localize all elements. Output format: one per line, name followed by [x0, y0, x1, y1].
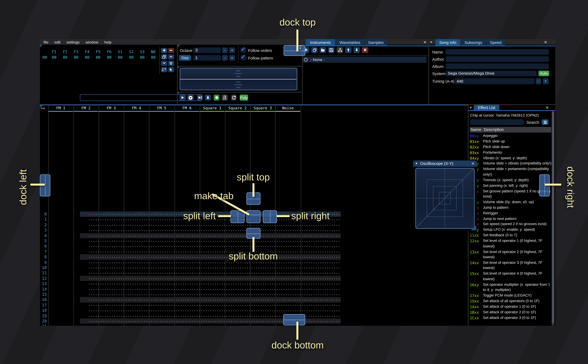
channel-header-noise[interactable]: Noise — [275, 106, 301, 110]
metronome-button[interactable] — [222, 95, 228, 101]
pattern-row[interactable] — [88, 238, 341, 244]
dock-splitter[interactable] — [428, 45, 429, 104]
menu-file[interactable]: file — [44, 40, 48, 44]
tab-effect-list[interactable]: Effect List — [474, 104, 499, 110]
tab-subsongs[interactable]: Subsongs — [461, 39, 486, 46]
channel-header-fm-5[interactable]: FM 5 — [149, 106, 174, 110]
album-input[interactable] — [446, 63, 549, 69]
tab-song-info[interactable]: Song Info — [436, 39, 460, 46]
effect-row-02xx[interactable]: 02xxPitch slide down — [470, 144, 552, 150]
split-right-target[interactable] — [263, 210, 277, 223]
make-tab-target[interactable] — [246, 210, 260, 223]
instrument-open-button[interactable] — [320, 47, 326, 53]
repeat-pattern-button[interactable] — [231, 95, 237, 101]
order-remove-button[interactable] — [168, 48, 174, 53]
order-column-header[interactable]: F2 — [61, 50, 70, 54]
pattern-row[interactable] — [88, 276, 341, 281]
instrument-save-button[interactable] — [328, 47, 334, 53]
effect-row-0Dxx[interactable]: 0DxxJump to next pattern — [470, 216, 552, 222]
pattern-row[interactable] — [88, 228, 341, 233]
close-icon[interactable]: × — [544, 39, 547, 45]
step-minus-button[interactable]: - — [222, 55, 228, 60]
tab-speed[interactable]: Speed — [487, 39, 505, 46]
effect-list-menu-button[interactable] — [542, 119, 548, 125]
effect-row-17xx[interactable]: 17xxToggle PCM mode (LEGACY) — [470, 293, 552, 299]
dock-splitter[interactable] — [177, 45, 178, 104]
name-input[interactable] — [446, 49, 549, 55]
effect-row-03xx[interactable]: 03xxPortamento — [470, 150, 552, 155]
dock-top-target[interactable] — [284, 45, 305, 56]
tab-wavetables[interactable]: Wavetables — [336, 39, 364, 46]
channel-header-fm-4[interactable]: FM 4 — [124, 106, 149, 110]
note-preview-display[interactable] — [180, 68, 297, 90]
system-select[interactable]: Sega Genesis/Mega Drive — [446, 71, 536, 76]
step-plus-button[interactable]: + — [229, 55, 235, 60]
octave-plus-button[interactable]: + — [229, 47, 235, 53]
instrument-duplicate-button[interactable] — [311, 47, 317, 53]
order-cell[interactable]: 00 — [61, 55, 70, 59]
pattern-row[interactable] — [88, 286, 341, 292]
instrument-delete-button[interactable] — [362, 47, 368, 53]
order-column-header[interactable]: F5 — [94, 50, 103, 54]
resize-grip[interactable] — [471, 225, 476, 230]
order-column-header[interactable]: F3 — [72, 50, 80, 54]
channel-header-fm-3[interactable]: FM 3 — [99, 106, 124, 110]
tab-samples[interactable]: Samples — [365, 39, 387, 46]
order-add-button[interactable] — [161, 48, 167, 53]
pattern-row[interactable] — [88, 292, 341, 297]
effect-row-01xx[interactable]: 01xxPitch slide up — [470, 139, 552, 144]
pattern-row[interactable] — [88, 222, 341, 228]
pattern-row[interactable] — [88, 244, 341, 249]
order-cell[interactable]: 00 — [149, 55, 158, 59]
order-cell[interactable]: 00 — [94, 55, 103, 59]
menu-edit[interactable]: edit — [54, 40, 60, 44]
effect-row-1Axx[interactable]: 1AxxSet attack of operator 1 (0 to 1F) — [470, 304, 552, 310]
effect-row-12xx[interactable]: 12xxSet level of operator 1 (0 highest, … — [470, 238, 552, 249]
order-column-header[interactable]: S3 — [138, 50, 147, 54]
menu-settings[interactable]: settings — [66, 40, 79, 44]
order-edit-mode-button[interactable] — [168, 67, 174, 72]
dock-bottom-target[interactable] — [283, 314, 305, 325]
effect-row-1Cxx[interactable]: 1CxxSet attack of operator 3 (0 to 1F) — [470, 315, 552, 321]
close-icon[interactable]: × — [471, 161, 474, 166]
effect-row-0Cxx[interactable]: 0CxxRetrigger — [470, 211, 552, 216]
pattern-row[interactable] — [88, 249, 341, 254]
close-icon[interactable]: × — [423, 39, 426, 45]
pattern-row[interactable] — [88, 281, 341, 286]
instrument-move-up-button[interactable] — [345, 47, 351, 53]
step-row-button[interactable] — [205, 95, 211, 101]
follow-orders-checkbox[interactable]: ✓ — [240, 47, 246, 53]
split-left-target[interactable] — [231, 210, 244, 223]
scrollbar-thumb[interactable] — [552, 112, 554, 323]
play-to-cursor-button[interactable] — [197, 95, 203, 101]
oscilloscope-window[interactable]: ▼ Oscilloscope (X-Y) × — [413, 160, 477, 231]
pattern-row[interactable] — [88, 270, 341, 276]
octave-input[interactable]: 3 — [193, 47, 221, 53]
channel-header-square-1[interactable]: Square 1 — [200, 106, 225, 110]
effect-row-13xx[interactable]: 13xxSet level of operator 2 (0 highest, … — [470, 249, 552, 260]
effect-search-input[interactable] — [470, 119, 524, 125]
order-column-header[interactable]: S1 — [116, 50, 125, 54]
effect-row-00xy[interactable]: 00xyArpeggio — [470, 133, 552, 139]
pattern-row[interactable] — [88, 260, 341, 265]
pattern-row[interactable] — [88, 254, 341, 260]
poly-button[interactable]: Poly — [240, 95, 248, 101]
pattern-row[interactable] — [88, 308, 341, 313]
order-move-up-button[interactable] — [168, 54, 174, 60]
tab-instruments[interactable]: Instruments — [306, 39, 335, 46]
effect-row-16xy[interactable]: 16xySet operator multiplier (x: operator… — [470, 282, 552, 293]
channel-header-fm-2[interactable]: FM 2 — [73, 106, 99, 110]
tuning-plus-button[interactable]: + — [543, 78, 548, 84]
order-column-header[interactable]: F1 — [50, 50, 59, 54]
effect-row-04xy[interactable]: 04xyVibrato (x: speed; y: depth) — [470, 156, 552, 161]
instrument-toggle-folders-button[interactable] — [337, 47, 343, 53]
octave-minus-button[interactable]: - — [222, 47, 228, 53]
channel-header-square-2[interactable]: Square 2 — [225, 106, 250, 110]
order-column-header[interactable]: F4 — [83, 50, 92, 54]
dock-splitter[interactable] — [177, 66, 302, 66]
effect-row-11xx[interactable]: 11xxSet feedback (0 to 7) — [470, 233, 552, 238]
effect-row-1Bxx[interactable]: 1BxxSet attack of operator 2 (0 to 1F) — [470, 310, 552, 315]
effect-row-15xx[interactable]: 15xxSet level of operator 4 (0 highest, … — [470, 271, 552, 282]
effect-row-14xx[interactable]: 14xxSet level of operator 3 (0 highest, … — [470, 260, 552, 271]
scrollbar[interactable] — [552, 111, 554, 326]
